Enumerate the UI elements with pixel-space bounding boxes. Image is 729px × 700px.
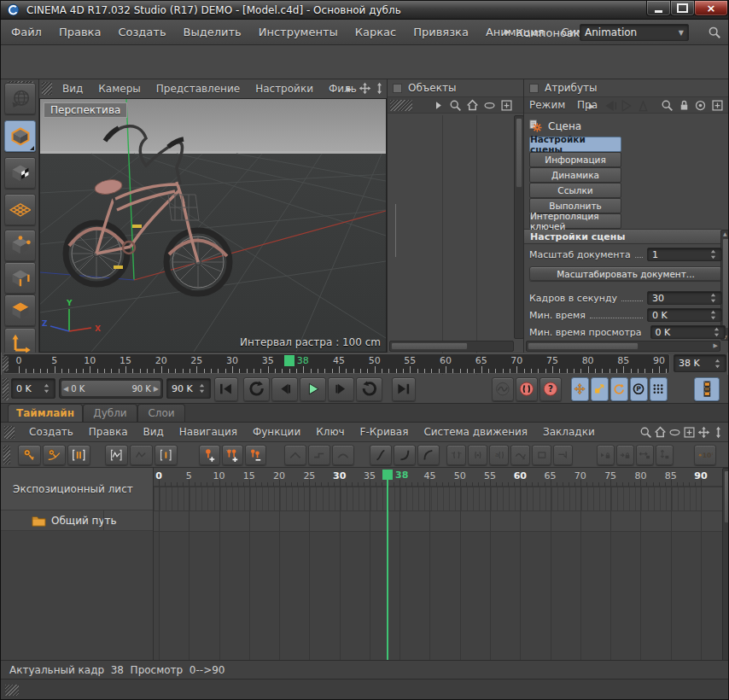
- menu-overflow-icon[interactable]: ▶: [589, 102, 594, 110]
- delete-keys-button[interactable]: [245, 445, 266, 465]
- model-mode-button[interactable]: [4, 120, 36, 152]
- history-forward-icon[interactable]: [619, 100, 633, 112]
- key-parameter-button[interactable]: P: [630, 377, 648, 401]
- play-button[interactable]: [300, 377, 326, 401]
- menu-arrow-icon[interactable]: [432, 99, 445, 112]
- timeline-playhead-line[interactable]: [387, 470, 388, 660]
- texture-mode-button[interactable]: [4, 157, 36, 189]
- filter-icon[interactable]: [483, 99, 496, 112]
- search-icon[interactable]: [708, 26, 721, 39]
- objects-toolbar-grip[interactable]: [390, 100, 412, 111]
- layout-flyout-icon[interactable]: ▶: [504, 27, 510, 36]
- previous-frame-button[interactable]: [271, 377, 298, 401]
- points-mode-button[interactable]: [4, 230, 36, 261]
- timeline-menu-item[interactable]: F-Кривая: [353, 426, 417, 438]
- timeline-menu-item[interactable]: Функции: [245, 426, 308, 438]
- lock-icon[interactable]: [678, 99, 691, 112]
- layout-select[interactable]: Animation ▼: [580, 24, 689, 41]
- attribute-tab[interactable]: Интерполяция ключей: [529, 213, 621, 229]
- spinner-icon[interactable]: [198, 382, 206, 394]
- history-back-icon[interactable]: [603, 100, 617, 112]
- menubar-item[interactable]: Выделить: [175, 26, 250, 38]
- add-keys-button[interactable]: [222, 445, 243, 465]
- viewport-grip[interactable]: [42, 82, 52, 95]
- ruler-grip[interactable]: [3, 356, 9, 371]
- axis-mode-button[interactable]: [4, 328, 36, 353]
- record-curve-button[interactable]: [492, 377, 514, 401]
- attributes-hscrollbar[interactable]: ▶: [526, 341, 720, 352]
- add-box-icon[interactable]: [711, 99, 724, 112]
- search-icon[interactable]: [639, 426, 652, 439]
- menubar-item[interactable]: Создать: [109, 26, 174, 38]
- dope-sheet-mode-button[interactable]: [18, 445, 41, 465]
- key-pla-button[interactable]: [650, 377, 668, 401]
- spinner-icon[interactable]: [709, 309, 717, 321]
- field-value[interactable]: 1: [647, 248, 722, 261]
- close-button[interactable]: ×: [694, 1, 728, 16]
- viewport-menu-overflow-icon[interactable]: ▶: [347, 85, 352, 93]
- target-icon[interactable]: [694, 99, 707, 112]
- workplane-mode-button[interactable]: [4, 194, 36, 225]
- attributes-vscrollbar[interactable]: ▲ ▼: [720, 230, 729, 341]
- field-value[interactable]: 30: [647, 291, 722, 305]
- lock-horizontal-button[interactable]: [636, 445, 654, 465]
- viewport-menu-item[interactable]: Вид: [55, 83, 90, 95]
- home-icon[interactable]: [654, 426, 667, 439]
- add-box-icon[interactable]: [500, 99, 513, 112]
- lock-value-button[interactable]: [616, 445, 634, 465]
- menubar-item[interactable]: Каркас: [347, 26, 405, 38]
- spinner-icon[interactable]: [43, 382, 50, 394]
- key-scale-button[interactable]: [591, 377, 609, 401]
- dope-vscrollbar[interactable]: [722, 468, 729, 660]
- search-icon[interactable]: [449, 99, 462, 112]
- key-rotation-button[interactable]: [610, 377, 628, 401]
- attribute-tab[interactable]: Динамика: [529, 167, 621, 183]
- search-icon[interactable]: [661, 99, 674, 112]
- ease-peak-button[interactable]: [284, 445, 306, 465]
- menubar-item[interactable]: Файл: [3, 26, 50, 38]
- timeline-grip[interactable]: [4, 426, 15, 439]
- history-ghost-icon[interactable]: [636, 100, 650, 112]
- range-start-field[interactable]: 0 K: [11, 378, 55, 399]
- play-loop-button[interactable]: [356, 377, 382, 401]
- menubar-item[interactable]: Привязка: [405, 26, 477, 38]
- field-value[interactable]: 0 K: [650, 325, 726, 339]
- goto-start-button[interactable]: [214, 377, 238, 401]
- timeline-menu-item[interactable]: Навигация: [172, 426, 245, 438]
- track-row[interactable]: Общий путь: [1, 510, 153, 531]
- spinner-icon[interactable]: [714, 358, 721, 370]
- timeline-toolbar-grip[interactable]: [3, 446, 10, 464]
- tangent-flat-button[interactable]: [510, 445, 530, 465]
- range-right-arrow-icon[interactable]: ▶: [154, 385, 159, 393]
- tangent-auto-button[interactable]: [468, 445, 487, 465]
- interp-soft-button[interactable]: [417, 445, 440, 465]
- dock-tab[interactable]: Таймлайн: [8, 404, 83, 422]
- menubar-item[interactable]: Правка: [50, 26, 109, 38]
- lock-vertical-button[interactable]: [656, 445, 674, 465]
- bottom-grip[interactable]: [5, 685, 19, 696]
- interp-ease-button[interactable]: [394, 445, 416, 465]
- dolly-view-icon[interactable]: [373, 82, 386, 95]
- view-label[interactable]: Перспектива: [44, 102, 127, 118]
- objects-hscrollbar[interactable]: [389, 341, 514, 352]
- play-backwards-button[interactable]: [243, 377, 270, 401]
- attributes-menu-item[interactable]: Пра: [577, 99, 598, 111]
- dock-tab[interactable]: Слои: [137, 404, 185, 422]
- range-end-field[interactable]: 90 K: [166, 378, 211, 399]
- timeline-menu-item[interactable]: Ключ: [308, 426, 352, 438]
- spinner-icon[interactable]: [713, 326, 720, 338]
- animation-palette-button[interactable]: [694, 377, 720, 401]
- edges-mode-button[interactable]: [4, 262, 36, 294]
- playback-grip[interactable]: [3, 378, 9, 400]
- add-key-button[interactable]: [199, 445, 220, 465]
- attribute-tab[interactable]: Информация: [529, 152, 621, 167]
- viewport-canvas[interactable]: Y X Z Перспектива Интервал растра : 100 …: [39, 98, 387, 353]
- timeline-menu-item[interactable]: Правка: [81, 426, 136, 438]
- spinner-icon[interactable]: [709, 292, 717, 304]
- attribute-tab[interactable]: Настройки сцены: [529, 137, 621, 152]
- pan-view-icon[interactable]: [359, 82, 371, 95]
- next-frame-button[interactable]: [328, 377, 354, 401]
- ease-smooth-button[interactable]: [332, 445, 354, 465]
- frame-current-button[interactable]: [155, 445, 178, 465]
- current-frame-field[interactable]: 38 K: [674, 354, 726, 372]
